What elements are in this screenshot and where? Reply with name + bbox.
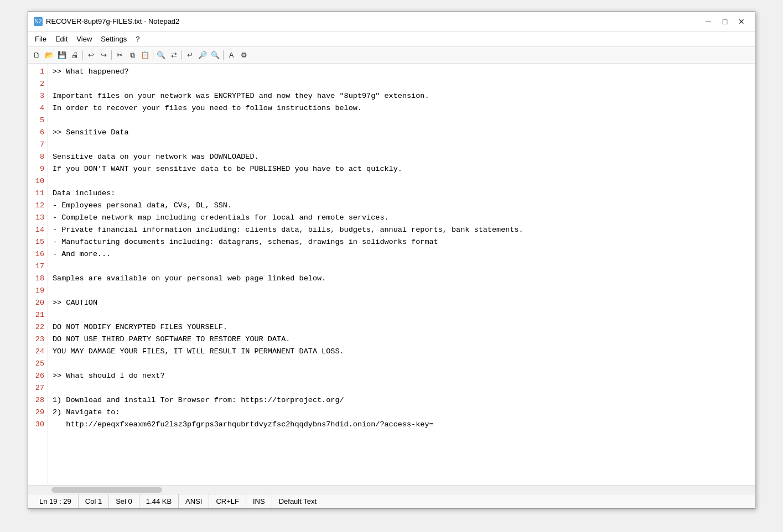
status-sel: Sel 0 — [109, 494, 139, 508]
toolbar-sep-2 — [111, 50, 112, 60]
code-line: >> CAUTION — [53, 297, 753, 309]
code-line — [53, 309, 753, 321]
toolbar-paste[interactable]: 📋 — [139, 49, 151, 61]
code-line — [53, 175, 753, 187]
menu-edit[interactable]: Edit — [51, 33, 72, 45]
line-number: 3 — [32, 90, 44, 102]
toolbar-scheme[interactable]: A — [225, 49, 237, 61]
title-bar-left: N2 RECOVER-8upt97g-FILES.txt - Notepad2 — [34, 17, 179, 26]
toolbar-new[interactable]: 🗋 — [30, 49, 43, 61]
code-line — [53, 382, 753, 394]
code-line: DO NOT USE THIRD PARTY SOFTWARE TO RESTO… — [53, 333, 753, 346]
code-line: >> Sensitive Data — [53, 127, 753, 139]
menu-settings[interactable]: Settings — [96, 33, 131, 45]
status-ln-col: Ln 19 : 29 — [33, 494, 79, 508]
line-number: 23 — [32, 333, 44, 346]
line-number: 17 — [32, 260, 44, 273]
code-line: Data includes: — [53, 187, 753, 200]
menu-view[interactable]: View — [72, 33, 96, 45]
code-content[interactable]: >> What happened? Important files on you… — [48, 64, 755, 485]
h-scrollbar[interactable] — [51, 487, 162, 493]
status-encoding: ANSI — [179, 494, 209, 508]
line-number: 22 — [32, 321, 44, 333]
toolbar-zoomout[interactable]: 🔍 — [209, 49, 221, 61]
toolbar-redo[interactable]: ↪ — [97, 49, 110, 61]
code-line: - Manufacturing documents including: dat… — [53, 236, 753, 248]
toolbar-undo[interactable]: ↩ — [85, 49, 97, 61]
menu-file[interactable]: File — [30, 33, 51, 45]
maximize-button[interactable]: □ — [717, 15, 733, 28]
code-line: If you DON'T WANT your sensitive data to… — [53, 163, 753, 175]
code-line — [53, 78, 753, 90]
toolbar-zoomin[interactable]: 🔎 — [196, 49, 209, 61]
line-number: 8 — [32, 151, 44, 163]
toolbar-cut[interactable]: ✂ — [113, 49, 126, 61]
code-line: Sensitive data on your network was DOWNL… — [53, 151, 753, 163]
toolbar-print[interactable]: 🖨 — [69, 49, 81, 61]
line-number: 18 — [32, 273, 44, 285]
app-icon: N2 — [34, 17, 43, 26]
line-number: 4 — [32, 102, 44, 114]
window-title: RECOVER-8upt97g-FILES.txt - Notepad2 — [46, 17, 179, 25]
toolbar-sep-1 — [82, 50, 83, 60]
menu-bar: File Edit View Settings ? — [28, 32, 755, 47]
line-number: 26 — [32, 370, 44, 382]
line-number: 13 — [32, 212, 44, 224]
code-line: 2) Navigate to: — [53, 406, 753, 419]
line-number: 20 — [32, 297, 44, 309]
code-line — [53, 139, 753, 151]
line-number: 29 — [32, 406, 44, 419]
status-col: Col 1 — [79, 494, 109, 508]
line-number: 14 — [32, 224, 44, 236]
code-line: >> What should I do next? — [53, 370, 753, 382]
line-number: 21 — [32, 309, 44, 321]
minimize-button[interactable]: ─ — [701, 15, 716, 28]
status-bar: Ln 19 : 29 Col 1 Sel 0 1.44 KB ANSI CR+L… — [28, 494, 755, 508]
line-number: 27 — [32, 382, 44, 394]
toolbar-sep-5 — [223, 50, 224, 60]
code-line: Important files on your network was ENCR… — [53, 90, 753, 102]
line-number: 11 — [32, 187, 44, 200]
line-number: 19 — [32, 285, 44, 297]
menu-help[interactable]: ? — [131, 33, 144, 45]
code-line — [53, 260, 753, 273]
line-number: 6 — [32, 127, 44, 139]
code-line: >> What happened? — [53, 66, 753, 78]
line-number: 1 — [32, 66, 44, 78]
toolbar-wordwrap[interactable]: ↵ — [184, 49, 196, 61]
toolbar-sep-3 — [153, 50, 153, 60]
editor-area[interactable]: 1234567891011121314151617181920212223242… — [28, 64, 755, 485]
code-line: 1) Download and install Tor Browser from… — [53, 394, 753, 406]
line-number: 16 — [32, 248, 44, 260]
line-number: 10 — [32, 175, 44, 187]
code-line: YOU MAY DAMAGE YOUR FILES, IT WILL RESUL… — [53, 346, 753, 358]
toolbar-sep-4 — [182, 50, 182, 60]
title-bar-controls: ─ □ ✕ — [701, 15, 749, 28]
line-number: 30 — [32, 419, 44, 431]
line-number: 15 — [32, 236, 44, 248]
line-number: 28 — [32, 394, 44, 406]
toolbar-settings[interactable]: ⚙ — [238, 49, 250, 61]
code-line — [53, 358, 753, 370]
code-line: - Complete network map including credent… — [53, 212, 753, 224]
toolbar-save[interactable]: 💾 — [56, 49, 68, 61]
code-line: - Employees personal data, CVs, DL, SSN. — [53, 200, 753, 212]
toolbar: 🗋 📂 💾 🖨 ↩ ↪ ✂ ⧉ 📋 🔍 ⇄ ↵ 🔎 🔍 A ⚙ — [28, 47, 755, 64]
status-size: 1.44 KB — [139, 494, 179, 508]
h-scroll-area[interactable] — [28, 485, 755, 494]
toolbar-copy[interactable]: ⧉ — [126, 49, 138, 61]
close-button[interactable]: ✕ — [734, 15, 749, 28]
toolbar-replace[interactable]: ⇄ — [168, 49, 180, 61]
toolbar-open[interactable]: 📂 — [43, 49, 55, 61]
code-line: - Private financial information includin… — [53, 224, 753, 236]
line-number: 7 — [32, 139, 44, 151]
toolbar-find[interactable]: 🔍 — [155, 49, 167, 61]
line-number: 5 — [32, 114, 44, 127]
code-line: http://epeqxfxeaxm62fu2lsz3pfgrps3arhqub… — [53, 419, 753, 431]
code-line — [53, 285, 753, 297]
line-number: 9 — [32, 163, 44, 175]
title-bar: N2 RECOVER-8upt97g-FILES.txt - Notepad2 … — [28, 12, 755, 32]
status-insert: INS — [246, 494, 272, 508]
line-number: 12 — [32, 200, 44, 212]
code-line — [53, 114, 753, 127]
